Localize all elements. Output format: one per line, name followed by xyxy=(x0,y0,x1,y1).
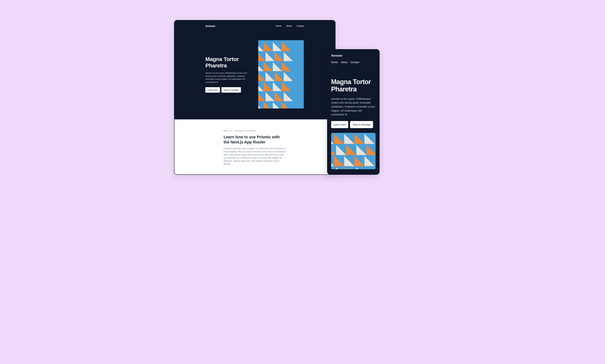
building-illustration-icon xyxy=(331,133,376,169)
nav-link-contact[interactable]: Contact xyxy=(297,25,304,27)
nav-link-about[interactable]: About xyxy=(286,25,292,27)
hero-image xyxy=(331,133,376,169)
hero-image xyxy=(258,40,304,108)
send-message-button[interactable]: Send a message xyxy=(221,87,241,93)
hero-description: Aenean eu leo quam. Pellentesque ornare … xyxy=(331,97,376,117)
nav-link-home[interactable]: Home xyxy=(275,25,281,27)
article-body: Praesent commodo cursus magna, vel scele… xyxy=(224,147,286,166)
nav-link-home[interactable]: Home xyxy=(331,61,338,64)
hero-button-group: Learn more Send a message xyxy=(331,121,376,128)
hero-title: Magna Tortor Pharetra xyxy=(331,78,376,93)
learn-more-button[interactable]: Learn more xyxy=(331,121,348,128)
desktop-preview-frame: Aenean Home About Contact Magna Tortor P… xyxy=(174,20,335,175)
building-illustration-icon xyxy=(258,40,304,108)
mobile-preview-frame: Aenean Home About Contact Magna Tortor P… xyxy=(327,49,380,175)
hero-description: Aenean eu leo quam. Pellentesque ornare … xyxy=(205,72,251,84)
article-title: Learn how to use Prismic with the Next.j… xyxy=(224,134,286,144)
brand-logo[interactable]: Aenean xyxy=(205,24,215,27)
hero-text-block: Magna Tortor Pharetra Aenean eu leo quam… xyxy=(205,56,251,93)
hero-section: Aenean Home About Contact Magna Tortor P… xyxy=(174,20,335,119)
brand-logo[interactable]: Aenean xyxy=(331,54,376,57)
hero-content: Magna Tortor Pharetra Aenean eu leo quam… xyxy=(205,40,304,108)
nav-links: Home About Contact xyxy=(331,61,376,64)
learn-more-button[interactable]: Learn more xyxy=(205,87,220,93)
article-section: NEXT.JS + PRISMIC TUTORIAL Learn how to … xyxy=(174,119,335,166)
hero-button-group: Learn more Send a message xyxy=(205,87,251,93)
hero-title: Magna Tortor Pharetra xyxy=(205,56,251,69)
send-message-button[interactable]: Send a message xyxy=(350,121,373,128)
article-eyebrow: NEXT.JS + PRISMIC TUTORIAL xyxy=(224,130,286,132)
nav-link-contact[interactable]: Contact xyxy=(350,61,359,64)
nav-links: Home About Contact xyxy=(275,25,304,27)
top-nav: Aenean Home About Contact xyxy=(205,24,304,40)
nav-link-about[interactable]: About xyxy=(341,61,347,64)
mobile-hero-section: Aenean Home About Contact Magna Tortor P… xyxy=(328,50,379,169)
